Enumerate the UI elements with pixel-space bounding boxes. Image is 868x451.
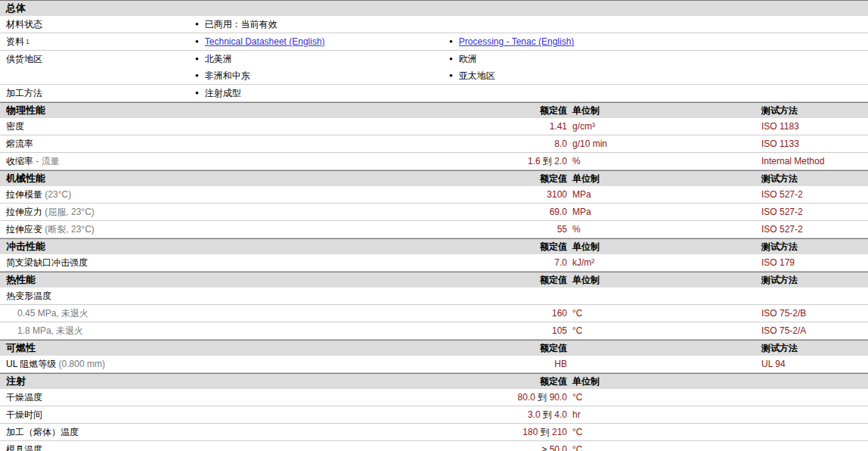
general-row: 资料1●Technical Datasheet (English)●Proces… [0,33,868,51]
property-unit: °C [567,427,761,437]
value-number: 69.0 [550,207,567,217]
property-label-text: 供货地区 [6,53,42,66]
bullet-column: ●Processing - Tenac (English) [449,33,868,50]
value-number: 50.0 [547,444,567,451]
value-connector: 到 [543,409,552,420]
section-header: 总体 [0,0,868,16]
column-header-value: 额定值 [195,241,567,253]
section-title: 总体 [0,2,195,15]
property-unit: % [567,224,761,235]
column-header-method: 测试方法 [761,241,868,253]
bullet-item: ●Processing - Tenac (English) [449,33,868,50]
value-number: 4.0 [552,409,567,420]
section-title: 物理性能 [0,104,195,117]
value-number: 105 [552,325,567,336]
material-datasheet: 总体材料状态●已商用：当前有效资料1●Technical Datasheet (… [0,0,868,451]
property-label: 拉伸模量 (23°C) [0,188,195,201]
bullet-text: 注射成型 [205,87,241,100]
property-value: 105 [195,325,567,336]
property-row: 1.8 MPa, 未退火105°CISO 75-2/A [0,322,868,340]
test-method: UL 94 [761,359,868,369]
property-unit: MPa [567,189,761,200]
section-title: 注射 [0,375,195,388]
property-label: 供货地区 [0,51,195,67]
property-label: 密度 [0,120,195,133]
property-label: 拉伸应力 (屈服, 23°C) [0,206,195,219]
column-header-unit: 单位制 [567,104,761,117]
column-header-unit: 单位制 [567,375,761,388]
value-number: 3100 [547,189,567,200]
column-header-method: 测试方法 [761,104,868,117]
value-number: HB [554,359,567,369]
property-value: 3.0 到 4.0 [195,409,567,421]
bullet-icon: ● [195,72,199,79]
property-label-text: 拉伸模量 [6,189,42,200]
bullet-item: ●欧洲 [449,51,868,67]
property-label: 熔流率 [0,138,195,151]
property-condition: (断裂, 23°C) [42,224,95,235]
value-connector: 到 [541,427,550,437]
property-label: 加工方法 [0,85,195,101]
property-label-text: 加工方法 [6,87,42,100]
property-unit: kJ/m² [567,257,761,268]
property-value: 1.41 [195,121,567,132]
test-method: ISO 527-2 [761,224,868,235]
property-label-text: 热变形温度 [6,291,51,301]
property-label-text: UL 阻燃等级 [6,359,56,369]
test-method: ISO 179 [761,257,868,268]
test-method: ISO 527-2 [761,189,868,200]
datasheet-link[interactable]: Processing - Tenac (English) [459,36,575,47]
property-row: 拉伸应力 (屈服, 23°C)69.0MPaISO 527-2 [0,204,868,221]
column-header-value: 额定值 [195,342,567,355]
property-label: 干燥时间 [0,409,195,421]
column-header-value: 额定值 [195,274,567,287]
datasheet-link[interactable]: Technical Datasheet (English) [205,36,325,47]
bullet-item: ●北美洲 [195,51,449,67]
value-number: 90.0 [547,392,567,403]
column-header-method: 测试方法 [761,274,868,287]
column-header-method: 测试方法 [761,173,868,185]
property-value: 80.0 到 90.0 [195,391,567,404]
value-connector: 到 [543,156,552,166]
property-value: 69.0 [195,207,567,217]
property-label-text: 加工（熔体）温度 [6,427,79,437]
property-label: 简支梁缺口冲击强度 [0,257,195,269]
property-condition: (0.800 mm) [56,359,105,369]
test-method: ISO 1133 [761,138,868,149]
column-header-unit: 单位制 [567,241,761,253]
section-header: 可燃性额定值测试方法 [0,340,868,356]
property-label: 1.8 MPa, 未退火 [0,325,195,337]
test-method: Internal Method [761,156,868,166]
column-header-value: 额定值 [195,173,567,185]
property-label-text: 干燥温度 [6,392,42,403]
bullet-icon: ● [449,55,453,62]
property-condition: (23°C) [42,189,71,200]
column-header-unit: 单位制 [567,274,761,287]
bullet-text: 非洲和中东 [205,70,250,82]
property-unit: °C [567,325,761,336]
bullet-item: ●注射成型 [195,85,449,101]
section-title: 可燃性 [0,341,195,355]
property-row: 模具温度> 50.0°C [0,441,868,451]
property-label-text: 干燥时间 [6,409,42,420]
property-unit: °C [567,308,761,319]
property-value: 7.0 [195,257,567,268]
property-unit: g/cm³ [567,121,761,132]
test-method: ISO 75-2/B [761,308,868,319]
property-label-text: 熔流率 [6,138,33,149]
section-header: 物理性能额定值单位制测试方法 [0,102,868,118]
property-label: 资料1 [0,33,195,50]
value-number: 80.0 [518,392,538,403]
bullet-icon: ● [449,72,453,79]
property-unit: hr [567,409,761,420]
property-label-text: 拉伸应力 [6,207,42,217]
section-header: 机械性能额定值单位制测试方法 [0,170,868,186]
property-row: 熔流率8.0g/10 minISO 1133 [0,135,868,153]
property-label: 模具温度 [0,443,195,451]
property-value: 1.6 到 2.0 [195,155,567,168]
value-connector: 到 [538,392,547,403]
value-number: 7.0 [554,257,567,268]
bullet-text: 北美洲 [205,53,232,66]
bullet-column: ●北美洲●非洲和中东 [195,51,449,84]
property-label: 拉伸应变 (断裂, 23°C) [0,223,195,236]
